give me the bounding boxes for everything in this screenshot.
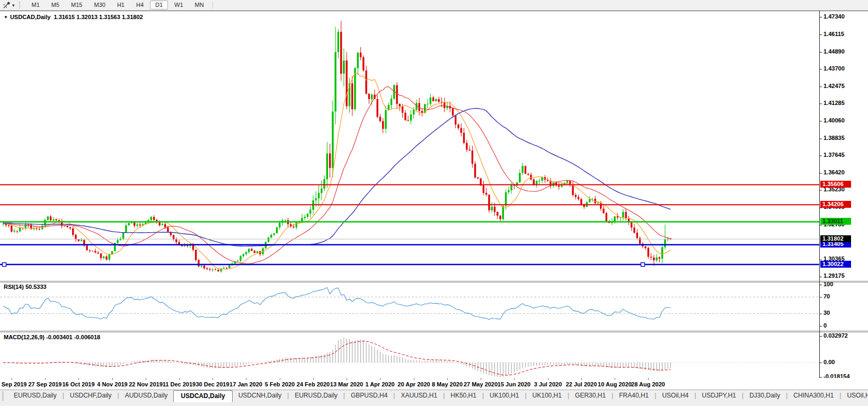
date-label[interactable]: 17 Jan 2020: [227, 381, 264, 387]
tabbar-grip: [2, 391, 4, 401]
chart-window: ▼USDCAD,Daily 1.31615 1.32013 1.31563 1.…: [0, 11, 868, 378]
chart-tab-bar: EURUSD,Daily|USDCHF,Daily|AUDUSD,DailyUS…: [0, 390, 868, 406]
chart-tab-0[interactable]: EURUSD,Daily: [8, 390, 63, 401]
date-label[interactable]: 4 Nov 2019: [94, 381, 131, 387]
date-tick: [280, 378, 280, 380]
timeframe-button-m5[interactable]: M5: [46, 1, 65, 10]
date-tick: [12, 378, 12, 380]
rsi-indicator-label: RSI(14) 50.5333: [4, 284, 47, 290]
date-label[interactable]: 10 Aug 2020: [596, 381, 633, 387]
date-label[interactable]: 16 Oct 2019: [60, 381, 97, 387]
date-label[interactable]: 15 Jun 2020: [495, 381, 533, 387]
chart-tab-12[interactable]: FRA40,H1: [613, 390, 654, 401]
timeframe-button-h4[interactable]: H4: [131, 1, 149, 10]
crosshair-pointer-icon[interactable]: ▾: [2, 1, 16, 10]
chart-title: ▼USDCAD,Daily 1.31615 1.32013 1.31563 1.…: [4, 14, 143, 20]
date-tick: [45, 378, 46, 380]
date-tick: [548, 378, 548, 380]
date-label[interactable]: 20 Apr 2020: [395, 381, 432, 387]
collapse-triangle-icon[interactable]: ▼: [4, 15, 8, 20]
macd-signal-line: [3, 341, 671, 375]
candle-wicks-up: [3, 27, 668, 273]
date-tick: [146, 378, 146, 380]
timeframe-button-w1[interactable]: W1: [169, 1, 189, 10]
timeframe-button-h1[interactable]: H1: [112, 1, 130, 10]
date-axis[interactable]: 9 Sep 201927 Sep 201916 Oct 20194 Nov 20…: [0, 378, 868, 390]
date-tick: [581, 378, 582, 380]
date-tick: [447, 378, 448, 380]
date-label[interactable]: 22 Jul 2020: [563, 381, 600, 387]
trading-app-window: ▾ M1M5M15M30H1H4D1W1MN ▼USDCAD,Daily 1.3…: [0, 0, 868, 406]
rsi-line: [3, 287, 671, 319]
symbol-period-label: USDCAD,Daily: [10, 14, 50, 20]
crosshair-pointer-icon: [3, 1, 11, 9]
date-label[interactable]: 13 Mar 2020: [328, 381, 365, 387]
chart-tab-15[interactable]: DJ30,Daily: [743, 390, 786, 401]
date-tick: [347, 378, 347, 380]
date-label[interactable]: 27 May 2020: [462, 381, 499, 387]
chart-tab-13[interactable]: USOil,H4: [656, 390, 694, 401]
timeframe-button-m15[interactable]: M15: [66, 1, 87, 10]
chart-tab-9[interactable]: UK100,H1: [484, 390, 525, 401]
line-drag-handle[interactable]: [3, 263, 6, 267]
timeframe-button-m1[interactable]: M1: [26, 1, 45, 10]
ma-fast-line: [3, 73, 671, 269]
date-tick: [179, 378, 180, 380]
chart-tab-5[interactable]: EURUSD,Daily: [289, 390, 343, 401]
date-label[interactable]: 3 Jul 2020: [529, 381, 566, 387]
date-label[interactable]: 28 Aug 2020: [630, 381, 667, 387]
timeframe-toolbar: ▾ M1M5M15M30H1H4D1W1MN: [0, 0, 868, 11]
chevron-down-icon[interactable]: ▾: [12, 3, 15, 8]
date-tick: [414, 378, 414, 380]
chart-tab-8[interactable]: HK50,H1: [445, 390, 482, 401]
timeframe-button-m30[interactable]: M30: [89, 1, 111, 10]
ma-mid-line: [3, 87, 671, 264]
date-tick: [78, 378, 79, 380]
date-tick: [514, 378, 515, 380]
date-tick: [246, 378, 246, 380]
date-label[interactable]: 30 Dec 2019: [194, 381, 231, 387]
date-label[interactable]: 27 Sep 2019: [26, 381, 64, 387]
date-tick: [380, 378, 380, 380]
chart-tab-17[interactable]: USOil,H1: [841, 390, 868, 401]
macd-indicator-label: MACD(12,26,9) -0.003401 -0.006018: [4, 334, 100, 340]
timeframe-button-mn[interactable]: MN: [190, 1, 209, 10]
chart-tab-1[interactable]: USDCHF,Daily: [64, 390, 118, 401]
chart-tab-3[interactable]: USDCAD,Daily: [173, 390, 232, 402]
timeframe-button-d1[interactable]: D1: [150, 1, 168, 10]
chart-tabs: EURUSD,Daily|USDCHF,Daily|AUDUSD,DailyUS…: [8, 390, 868, 402]
date-label[interactable]: 24 Feb 2020: [295, 381, 332, 387]
date-tick: [212, 378, 213, 380]
chart-tab-7[interactable]: XAUUSD,H1: [395, 390, 443, 401]
timeframe-buttons: M1M5M15M30H1H4D1W1MN: [26, 1, 210, 10]
date-tick: [615, 378, 615, 380]
chart-tab-10[interactable]: UK100,H1: [527, 390, 568, 401]
date-label[interactable]: 1 Apr 2020: [361, 381, 398, 387]
macd-histogram: [3, 338, 671, 377]
date-tick: [313, 378, 314, 380]
chart-tab-4[interactable]: USDCNH,Daily: [233, 390, 287, 401]
date-tick: [648, 378, 649, 380]
chart-canvas[interactable]: [0, 11, 868, 378]
chart-tab-14[interactable]: USDJPY,H1: [696, 390, 742, 401]
toolbar-separator: [212, 2, 213, 9]
date-label[interactable]: 9 Sep 2019: [0, 381, 30, 387]
candle-wicks-down: [6, 21, 670, 272]
chart-tab-16[interactable]: CHINA300,H1: [787, 390, 839, 401]
date-tick: [112, 378, 113, 380]
chart-tab-2[interactable]: AUDUSD,Daily: [119, 390, 174, 401]
ohlc-values: 1.31615 1.32013 1.31563 1.31802: [54, 14, 143, 20]
toolbar-grip: [19, 2, 22, 8]
date-label[interactable]: 5 Feb 2020: [261, 381, 298, 387]
chart-tab-11[interactable]: GER30,H1: [569, 390, 612, 401]
chart-tab-6[interactable]: GBPUSD,H4: [345, 390, 393, 401]
date-label[interactable]: 11 Dec 2019: [161, 381, 198, 387]
date-label[interactable]: 22 Nov 2019: [127, 381, 164, 387]
date-tick: [481, 378, 481, 380]
line-drag-handle[interactable]: [641, 263, 645, 267]
ma-slow-line: [3, 109, 671, 246]
date-label[interactable]: 8 May 2020: [429, 381, 466, 387]
